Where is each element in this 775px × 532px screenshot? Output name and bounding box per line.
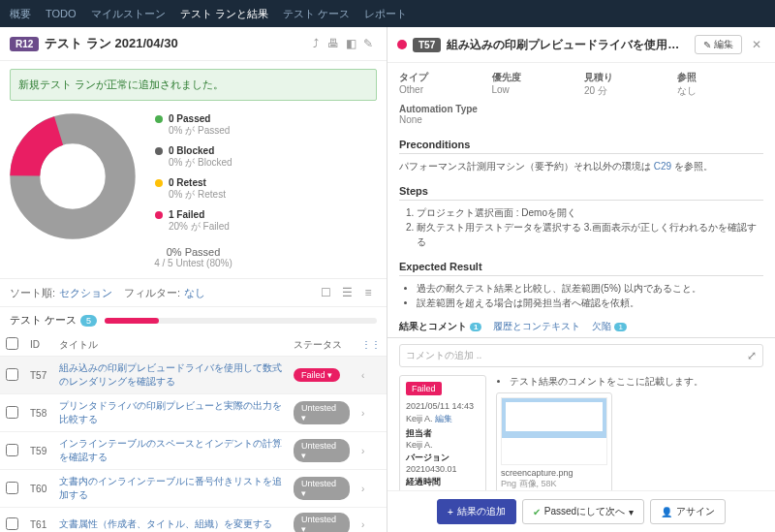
precond-link[interactable]: C29 — [654, 161, 671, 172]
run-badge: R12 — [10, 37, 39, 51]
attachment-card[interactable]: screencapture.png Png 画像, 58K — [496, 392, 612, 490]
row-checkbox[interactable] — [6, 368, 18, 381]
assign-button[interactable]: 👤アサイン — [650, 499, 726, 524]
chevron-right-icon[interactable]: › — [361, 408, 364, 419]
filter-label: フィルター: — [124, 286, 180, 300]
tab-history[interactable]: 履歴とコンテキスト — [493, 320, 580, 333]
expected-item: 過去の耐久テスト結果と比較し、誤差範囲(5%) 以内であること。 — [417, 281, 763, 296]
comment-input[interactable]: コメントの追加 ..⤢ — [399, 344, 763, 367]
col-status[interactable]: ステータス — [288, 333, 356, 357]
view-icon[interactable]: ☐ — [317, 284, 334, 301]
col-config-icon[interactable]: ⋮⋮ — [361, 339, 381, 350]
result-meta-card: Failed 2021/05/11 14:43 Keiji A. 編集 担当者K… — [399, 375, 486, 490]
chart-legend: 0 Passed0% が Passed 0 Blocked0% が Blocke… — [155, 113, 232, 241]
row-title[interactable]: 組み込みの印刷プレビュードライバを使用して数式のレンダリングを確認する — [53, 357, 288, 394]
success-banner: 新規テスト ランが正常に追加されました。 — [10, 69, 377, 101]
status-donut-chart — [10, 113, 136, 239]
attachment-thumb — [501, 397, 607, 465]
row-checkbox[interactable] — [6, 444, 18, 456]
sort-value[interactable]: セクション — [59, 286, 112, 300]
row-checkbox[interactable] — [6, 406, 18, 419]
add-result-button[interactable]: +結果の追加 — [437, 499, 516, 524]
chart-icon[interactable]: ◧ — [342, 35, 359, 52]
chevron-right-icon[interactable]: › — [361, 446, 364, 456]
result-status-badge: Failed — [406, 382, 442, 395]
section-count: 5 — [80, 315, 97, 327]
table-row[interactable]: T58 プリンタドライバの印刷プレビューと実際の出力を比較する Untested… — [0, 394, 387, 432]
nav-testcases[interactable]: テスト ケース — [283, 7, 350, 21]
filter-value[interactable]: なし — [184, 286, 205, 300]
plus-icon: + — [448, 507, 453, 517]
steps-title: Steps — [399, 185, 763, 201]
run-title: テスト ラン 2021/04/30 — [45, 35, 307, 52]
select-all-checkbox[interactable] — [6, 337, 18, 350]
result-comment: テスト結果のコメントをここに記載します。 — [510, 375, 763, 389]
check-icon: ✔ — [533, 507, 541, 517]
row-id: T59 — [24, 432, 53, 470]
export-icon[interactable]: ⤴ — [307, 35, 325, 52]
nav-todo[interactable]: TODO — [46, 8, 77, 19]
result-edit-link[interactable]: 編集 — [435, 414, 452, 423]
row-title[interactable]: インラインテーブルのスペースとインデントの計算を確認する — [53, 432, 288, 470]
row-checkbox[interactable] — [6, 517, 18, 530]
row-title[interactable]: プリンタドライバの印刷プレビューと実際の出力を比較する — [53, 394, 288, 432]
nav-overview[interactable]: 概要 — [10, 7, 31, 21]
nav-testruns[interactable]: テスト ランと結果 — [180, 7, 268, 21]
view2-icon[interactable]: ☰ — [338, 284, 356, 301]
section-title: テスト ケース — [10, 313, 77, 328]
status-dot-icon — [397, 40, 407, 49]
case-title: 組み込みの印刷プレビュードライバを使用して数式のレンダリン... — [447, 37, 689, 53]
section-progress — [105, 318, 377, 324]
sort-label: ソート順: — [10, 286, 55, 300]
row-title[interactable]: 文書属性（作成者、タイトル、組織）を変更する — [53, 508, 288, 533]
row-id: T61 — [24, 508, 53, 533]
edit-button[interactable]: ✎編集 — [695, 35, 742, 54]
status-pill[interactable]: Untested ▾ — [294, 513, 350, 532]
step-item: プロジェクト選択画面 : Demoを開く — [417, 205, 763, 220]
pass-next-button[interactable]: ✔Passedにして次へ▾ — [522, 499, 644, 524]
expected-title: Expected Result — [399, 261, 763, 276]
col-title[interactable]: タイトル — [53, 333, 288, 357]
collapse-icon[interactable]: ≡ — [359, 284, 377, 301]
table-row[interactable]: T60 文書内のインラインテーブルに番号付きリストを追加する Untested … — [0, 470, 387, 508]
edit-icon[interactable]: ✎ — [359, 35, 377, 52]
expected-item: 誤差範囲を超える場合は開発担当者へ確認を依頼。 — [417, 296, 763, 310]
chart-summary: 0% Passed — [0, 246, 387, 258]
row-id: T60 — [24, 470, 53, 508]
status-pill[interactable]: Untested ▾ — [294, 477, 350, 500]
row-checkbox[interactable] — [6, 482, 18, 494]
row-id: T58 — [24, 394, 53, 432]
table-row[interactable]: T59 インラインテーブルのスペースとインデントの計算を確認する Unteste… — [0, 432, 387, 470]
case-badge: T57 — [413, 38, 441, 52]
nav-report[interactable]: レポート — [364, 7, 407, 21]
chevron-down-icon: ▾ — [629, 507, 634, 517]
col-id[interactable]: ID — [24, 333, 53, 357]
user-icon: 👤 — [661, 507, 672, 517]
table-row[interactable]: T61 文書属性（作成者、タイトル、組織）を変更する Untested ▾ › — [0, 508, 387, 533]
preconditions-body: パフォーマンス計測用マシン（要予約）それ以外の環境は C29 を参照。 — [399, 159, 763, 173]
close-icon[interactable]: ✕ — [748, 36, 765, 53]
row-id: T57 — [24, 357, 53, 394]
print-icon[interactable]: 🖶 — [325, 35, 342, 52]
chevron-right-icon[interactable]: ‹ — [361, 370, 364, 381]
status-pill[interactable]: Untested ▾ — [294, 439, 350, 462]
row-title[interactable]: 文書内のインラインテーブルに番号付きリストを追加する — [53, 470, 288, 508]
status-pill[interactable]: Untested ▾ — [294, 401, 350, 424]
table-row[interactable]: T57 組み込みの印刷プレビュードライバを使用して数式のレンダリングを確認する … — [0, 357, 387, 394]
tab-defects[interactable]: 欠陥 1 — [592, 320, 626, 333]
expand-icon[interactable]: ⤢ — [747, 349, 757, 362]
step-item: 耐久テスト用テストデータを選択する 3.画面表示が正しく行われるかを確認する — [417, 220, 763, 249]
nav-milestone[interactable]: マイルストーン — [91, 7, 166, 21]
tab-results[interactable]: 結果とコメント 1 — [399, 320, 481, 333]
pencil-icon: ✎ — [703, 40, 711, 50]
chevron-right-icon[interactable]: › — [361, 519, 364, 530]
status-pill[interactable]: Failed ▾ — [294, 368, 340, 382]
chevron-right-icon[interactable]: › — [361, 484, 364, 494]
chart-summary-sub: 4 / 5 Untest (80%) — [0, 258, 387, 268]
preconditions-title: Preconditions — [399, 139, 763, 154]
